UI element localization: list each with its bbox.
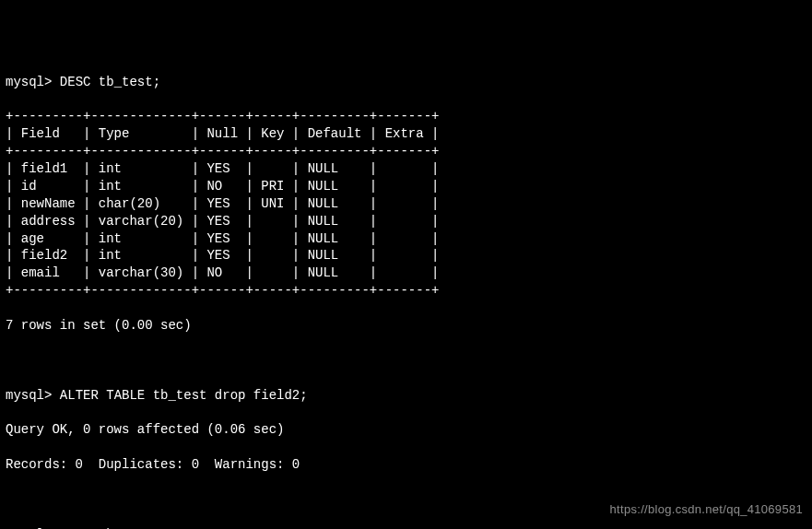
table-separator: +---------+-------------+------+-----+--… xyxy=(6,282,806,300)
command-line-2: mysql> ALTER TABLE tb_test drop field2; xyxy=(6,387,806,405)
summary-1: 7 rows in set (0.00 sec) xyxy=(6,317,806,335)
sql-command: DESC tb_test; xyxy=(60,75,160,89)
table-row: | field2 | int | YES | | NULL | | xyxy=(6,247,806,264)
table-row: | field1 | int | YES | | NULL | | xyxy=(6,160,806,178)
command-line-1: mysql> DESC tb_test; xyxy=(6,74,806,91)
table-row: | address | varchar(20) | YES | | NULL |… xyxy=(6,213,806,230)
table-row: | newName | char(20) | YES | UNI | NULL … xyxy=(6,195,806,213)
table-header-row: | Field | Type | Null | Key | Default | … xyxy=(6,125,806,143)
table-row: | email | varchar(30) | NO | | NULL | | xyxy=(6,264,806,282)
sql-command: ALTER TABLE tb_test drop field2; xyxy=(60,388,308,403)
desc-table-1: +---------+-------------+------+-----+--… xyxy=(6,108,806,300)
alter-result-2: Records: 0 Duplicates: 0 Warnings: 0 xyxy=(6,456,806,474)
table-separator: +---------+-------------+------+-----+--… xyxy=(6,108,806,125)
table-separator: +---------+-------------+------+-----+--… xyxy=(6,143,806,160)
prompt: mysql> xyxy=(6,75,52,89)
watermark: https://blog.csdn.net/qq_41069581 xyxy=(610,501,803,518)
blank-line xyxy=(6,352,806,370)
table-row: | age | int | YES | | NULL | | xyxy=(6,230,806,248)
prompt: mysql> xyxy=(6,388,52,403)
table-row: | id | int | NO | PRI | NULL | | xyxy=(6,178,806,195)
alter-result-1: Query OK, 0 rows affected (0.06 sec) xyxy=(6,421,806,439)
